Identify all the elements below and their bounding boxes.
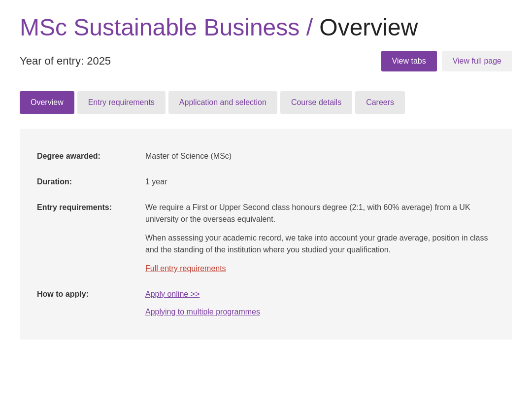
entry-req-para-2: When assessing your academic record, we …	[145, 232, 495, 256]
page-title: MSc Sustainable Business / Overview	[20, 15, 512, 41]
tab-application-and-selection[interactable]: Application and selection	[168, 91, 277, 114]
header-row: Year of entry: 2025 View tabs View full …	[20, 51, 512, 76]
table-row: Degree awarded: Master of Science (MSc)	[37, 143, 495, 169]
applying-multiple-programmes-link[interactable]: Applying to multiple programmes	[145, 306, 495, 318]
entry-req-para-1: We require a First or Upper Second class…	[145, 202, 495, 225]
label-duration: Duration:	[37, 169, 145, 195]
table-row: How to apply: Apply online >> Applying t…	[37, 281, 495, 325]
value-duration: 1 year	[145, 169, 495, 195]
apply-block: Apply online >> Applying to multiple pro…	[145, 288, 495, 318]
tab-course-details[interactable]: Course details	[280, 91, 352, 114]
tabs-row: Overview Entry requirements Application …	[20, 91, 512, 114]
view-full-page-button[interactable]: View full page	[442, 51, 512, 71]
tab-entry-requirements[interactable]: Entry requirements	[77, 91, 166, 114]
label-entry-requirements: Entry requirements:	[37, 195, 145, 281]
tab-overview[interactable]: Overview	[20, 91, 74, 114]
content-box: Degree awarded: Master of Science (MSc) …	[20, 129, 512, 340]
value-degree-awarded: Master of Science (MSc)	[145, 143, 495, 169]
apply-online-link[interactable]: Apply online >>	[145, 288, 495, 300]
year-of-entry: Year of entry: 2025	[20, 55, 111, 68]
table-row: Duration: 1 year	[37, 169, 495, 195]
table-row: Entry requirements: We require a First o…	[37, 195, 495, 281]
value-how-to-apply: Apply online >> Applying to multiple pro…	[145, 281, 495, 325]
header-buttons: View tabs View full page	[381, 51, 512, 71]
info-table: Degree awarded: Master of Science (MSc) …	[37, 143, 495, 325]
value-entry-requirements: We require a First or Upper Second class…	[145, 195, 495, 281]
entry-req-block: We require a First or Upper Second class…	[145, 202, 495, 275]
full-entry-requirements-link[interactable]: Full entry requirements	[145, 263, 495, 275]
label-degree-awarded: Degree awarded:	[37, 143, 145, 169]
label-how-to-apply: How to apply:	[37, 281, 145, 325]
view-tabs-button[interactable]: View tabs	[381, 51, 437, 71]
tab-careers[interactable]: Careers	[355, 91, 405, 114]
